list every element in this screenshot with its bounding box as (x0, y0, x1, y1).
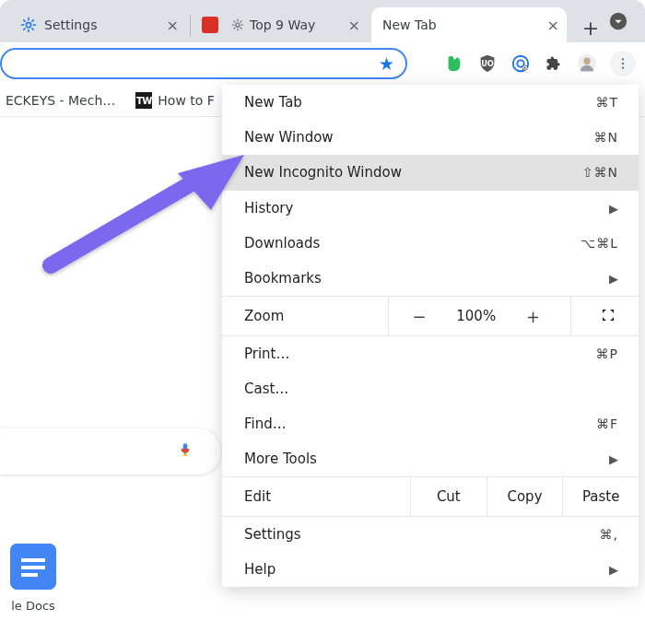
new-tab-button[interactable]: + (576, 13, 605, 42)
voice-search-icon[interactable] (177, 439, 194, 464)
menu-find[interactable]: Find… ⌘F (222, 406, 639, 441)
bookmark-item[interactable]: TW How to F (135, 92, 215, 109)
close-icon[interactable]: × (348, 17, 360, 34)
search-box[interactable] (0, 428, 221, 474)
close-icon[interactable]: × (167, 17, 179, 34)
tab-strip: Settings × Top 9 Way × New Tab × + (0, 0, 645, 42)
app-menu-icon[interactable] (610, 51, 636, 76)
menu-history[interactable]: History ▶ (222, 191, 639, 226)
chevron-right-icon: ▶ (609, 202, 618, 216)
shortcut-label: le Docs (6, 599, 61, 613)
menu-paste[interactable]: Paste (562, 477, 639, 516)
app-menu: New Tab ⌘T New Window ⌘N New Incognito W… (222, 85, 639, 587)
bookmark-label: ECKEYS - Mech… (6, 93, 115, 108)
menu-more-tools[interactable]: More Tools ▶ (222, 441, 639, 476)
menu-settings[interactable]: Settings ⌘, (222, 517, 639, 552)
tab-label: New Tab (382, 18, 437, 32)
menu-print[interactable]: Print… ⌘P (222, 336, 639, 371)
tab-label: Top 9 Way (250, 18, 315, 32)
svg-point-10 (622, 63, 624, 64)
chevron-right-icon: ▶ (609, 563, 618, 577)
svg-point-8 (583, 58, 590, 64)
close-icon[interactable]: × (547, 17, 559, 34)
zoom-in-button[interactable]: + (519, 307, 546, 326)
svg-point-9 (622, 58, 624, 60)
zoom-out-button[interactable]: − (405, 307, 433, 326)
bookmark-label: How to F (158, 93, 215, 108)
menu-zoom-row: Zoom − 100% + (222, 297, 639, 335)
menu-help[interactable]: Help ▶ (222, 552, 639, 587)
profile-avatar[interactable] (577, 53, 597, 74)
menu-bookmarks[interactable]: Bookmarks ▶ (222, 261, 639, 296)
evernote-extension-icon[interactable] (444, 53, 464, 74)
menu-new-incognito-window[interactable]: New Incognito Window ⇧⌘N (222, 155, 639, 190)
svg-point-11 (622, 67, 624, 69)
site-favicon (202, 17, 218, 33)
ntp-shortcut[interactable]: le Docs (6, 544, 61, 613)
gear-icon (231, 18, 244, 31)
chevron-right-icon: ▶ (609, 452, 618, 466)
menu-cast[interactable]: Cast… (222, 371, 639, 406)
svg-rect-15 (21, 573, 38, 577)
tab-settings[interactable]: Settings × (9, 7, 186, 42)
svg-rect-13 (21, 558, 45, 562)
extension-icon[interactable] (510, 53, 531, 74)
tab-new-tab[interactable]: New Tab × (371, 7, 567, 42)
menu-downloads[interactable]: Downloads ⌥⌘L (222, 226, 639, 261)
svg-point-0 (26, 22, 30, 27)
svg-line-16 (51, 181, 196, 265)
toolbar: ★ UO (0, 42, 645, 86)
svg-point-1 (236, 23, 240, 27)
tabs-dropdown-icon[interactable] (608, 11, 628, 31)
zoom-value: 100% (456, 308, 496, 324)
annotation-arrow-icon (32, 155, 253, 287)
svg-rect-14 (21, 566, 45, 569)
extensions-puzzle-icon[interactable] (544, 53, 564, 74)
menu-new-window[interactable]: New Window ⌘N (222, 120, 639, 155)
docs-icon (10, 544, 56, 590)
menu-copy[interactable]: Copy (487, 477, 563, 516)
bookmark-favicon: TW (135, 92, 152, 109)
chevron-right-icon: ▶ (609, 272, 618, 286)
menu-edit-row: Edit Cut Copy Paste (222, 477, 639, 516)
gear-icon (20, 17, 37, 33)
ublock-extension-icon[interactable]: UO (477, 53, 498, 74)
tab-label: Settings (44, 18, 97, 32)
bookmark-item[interactable]: ECKEYS - Mech… (6, 93, 115, 108)
menu-cut[interactable]: Cut (410, 477, 487, 516)
tab-article[interactable]: Top 9 Way × (191, 7, 368, 42)
menu-new-tab[interactable]: New Tab ⌘T (222, 85, 639, 120)
bookmark-star-icon[interactable]: ★ (379, 53, 394, 74)
fullscreen-button[interactable] (594, 308, 622, 325)
address-bar[interactable]: ★ (0, 48, 407, 79)
svg-text:UO: UO (481, 59, 494, 68)
